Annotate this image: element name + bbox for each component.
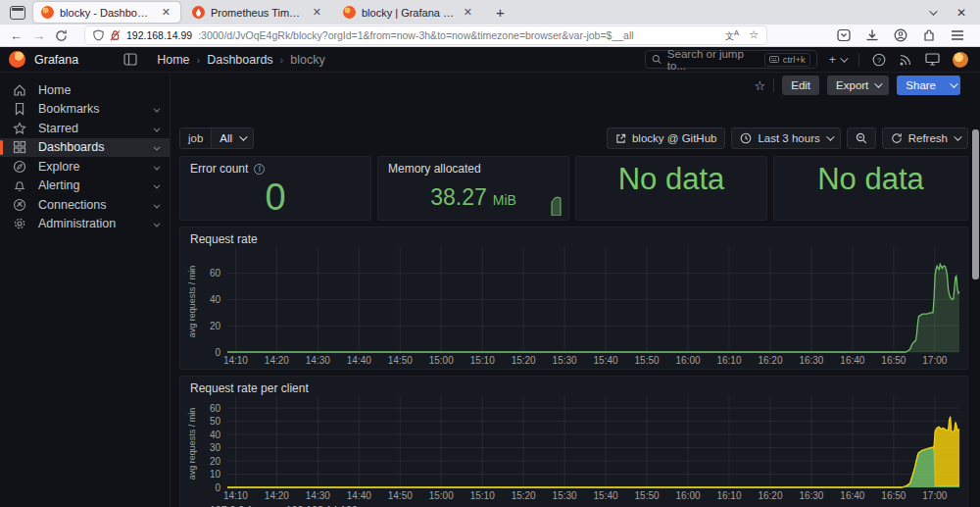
forward-icon[interactable]: → xyxy=(32,29,45,42)
browser-tab-active[interactable]: blocky - Dashboards - Gra ✕ xyxy=(33,2,180,23)
insecure-lock-icon[interactable] xyxy=(110,29,121,41)
info-icon[interactable]: i xyxy=(254,164,265,175)
url-bar[interactable]: 192.168.14.99:3000/d/JvOqE4gRk/blocky?or… xyxy=(85,26,766,44)
share-dropdown-button[interactable] xyxy=(945,76,960,95)
grafana-header: Grafana Home › Dashboards › blocky Searc… xyxy=(0,47,980,73)
sidebar-item-explore[interactable]: Explore xyxy=(0,157,170,177)
github-link-button[interactable]: blocky @ GitHub xyxy=(607,127,725,149)
search-input[interactable]: Search or jump to... ctrl+k xyxy=(645,50,817,69)
chevron-down-icon[interactable] xyxy=(154,163,161,170)
shield-icon[interactable] xyxy=(93,29,104,41)
panel-error-count[interactable]: Error count i 0 xyxy=(179,156,371,221)
sidebar-item-label: Connections xyxy=(38,198,107,212)
grafana-logo[interactable] xyxy=(9,51,25,68)
add-button[interactable]: + xyxy=(829,53,846,67)
breadcrumb-home[interactable]: Home xyxy=(157,53,189,67)
sidebar-item-label: Starred xyxy=(38,122,78,135)
search-shortcut: ctrl+k xyxy=(764,53,810,67)
back-icon[interactable]: ← xyxy=(10,29,23,42)
translate-icon[interactable]: 文A xyxy=(725,28,739,43)
sidebar-item-home[interactable]: Home xyxy=(0,80,170,100)
svg-text:60: 60 xyxy=(210,403,221,414)
panel-no-data-2[interactable]: No data xyxy=(773,156,968,221)
window-close-icon[interactable]: ✕ xyxy=(956,6,966,20)
refresh-button[interactable]: Refresh xyxy=(882,127,968,149)
downloads-icon[interactable] xyxy=(865,28,879,42)
variable-value-dropdown[interactable]: All xyxy=(212,128,253,148)
menu-icon[interactable] xyxy=(951,29,964,41)
svg-text:15:00: 15:00 xyxy=(429,355,454,366)
chevron-down-icon[interactable] xyxy=(154,182,161,189)
panel-title: Request rate per client xyxy=(190,381,309,395)
svg-text:14:20: 14:20 xyxy=(265,355,289,366)
svg-text:15:40: 15:40 xyxy=(594,355,618,366)
edit-button[interactable]: Edit xyxy=(782,76,819,95)
sidebar-item-alerting[interactable]: Alerting xyxy=(0,177,170,196)
chevron-down-icon xyxy=(239,132,247,140)
display-icon[interactable] xyxy=(925,53,940,66)
plug-icon xyxy=(13,198,26,212)
tab-close-icon[interactable]: ✕ xyxy=(311,6,323,19)
panel-request-rate-per-client[interactable]: Request rate per client 010203040506014:… xyxy=(179,376,968,507)
new-tab-button[interactable]: + xyxy=(486,4,514,21)
request-rate-chart[interactable]: 020406014:1014:2014:3014:4014:5015:0015:… xyxy=(186,247,963,367)
keyboard-icon xyxy=(769,56,779,63)
stat-value: 0 xyxy=(180,175,370,220)
browser-tab-grafana-labs[interactable]: blocky | Grafana Labs ✕ xyxy=(335,2,482,23)
svg-text:40: 40 xyxy=(210,430,221,440)
url-host: 192.168.14.99 xyxy=(126,29,192,41)
account-icon[interactable] xyxy=(894,28,907,42)
svg-text:15:00: 15:00 xyxy=(429,490,454,501)
sidebar-item-starred[interactable]: Starred xyxy=(0,119,170,138)
tab-close-icon[interactable]: ✕ xyxy=(462,6,474,19)
sidebar-item-bookmarks[interactable]: Bookmarks xyxy=(0,100,170,120)
help-icon[interactable]: ? xyxy=(872,53,886,67)
favorite-star-icon[interactable]: ☆ xyxy=(755,78,766,93)
tab-list-chevron-icon[interactable] xyxy=(929,7,937,15)
url-path: :3000/d/JvOqE4gRk/blocky?orgId=1&from=no… xyxy=(198,29,719,41)
sidebar-item-administration[interactable]: Administration xyxy=(0,215,170,234)
no-data-text: No data xyxy=(576,157,766,220)
svg-text:15:40: 15:40 xyxy=(594,490,618,501)
tab-close-icon[interactable]: ✕ xyxy=(160,6,172,19)
zoom-out-button[interactable] xyxy=(847,127,876,149)
job-variable-picker[interactable]: job All xyxy=(179,127,254,149)
chevron-down-icon[interactable] xyxy=(154,221,161,228)
chevron-down-icon[interactable] xyxy=(154,144,161,151)
sidebar-item-dashboards[interactable]: Dashboards xyxy=(0,138,170,158)
request-rate-per-client-chart[interactable]: 010203040506014:1014:2014:3014:4014:5015… xyxy=(186,396,963,502)
chevron-down-icon[interactable] xyxy=(154,106,161,113)
reload-icon[interactable] xyxy=(55,29,68,42)
panel-request-rate[interactable]: Request rate 020406014:1014:2014:3014:40… xyxy=(179,227,968,370)
export-button[interactable]: Export xyxy=(827,76,889,95)
news-icon[interactable] xyxy=(899,53,912,67)
panel-no-data-1[interactable]: No data xyxy=(575,156,767,221)
firefox-view-icon[interactable] xyxy=(10,6,25,20)
time-range-picker[interactable]: Last 3 hours xyxy=(731,127,840,149)
svg-text:16:00: 16:00 xyxy=(676,355,701,366)
browser-tab-prometheus[interactable]: Prometheus Time Series ✕ xyxy=(184,2,331,23)
chevron-down-icon[interactable] xyxy=(954,132,961,140)
mega-menu-toggle-icon[interactable] xyxy=(123,53,137,66)
memory-unit: MiB xyxy=(493,192,516,208)
divider xyxy=(858,53,859,67)
bookmark-star-icon[interactable]: ☆ xyxy=(749,28,759,43)
scrollbar-thumb[interactable] xyxy=(972,129,979,279)
extensions-icon[interactable] xyxy=(922,28,936,42)
svg-text:15:30: 15:30 xyxy=(553,355,577,366)
svg-text:16:40: 16:40 xyxy=(840,355,864,366)
chevron-down-icon[interactable] xyxy=(154,201,161,208)
share-button[interactable]: Share xyxy=(897,76,945,95)
panel-memory-allocated[interactable]: Memory allocated 38.27 MiB xyxy=(377,156,569,221)
search-icon xyxy=(652,54,662,65)
pocket-icon[interactable] xyxy=(837,28,851,42)
user-avatar[interactable] xyxy=(953,52,968,68)
dashboards-icon xyxy=(13,140,26,154)
chevron-down-icon[interactable] xyxy=(154,125,161,131)
divider xyxy=(773,78,774,92)
sidebar-item-connections[interactable]: Connections xyxy=(0,195,170,215)
dashboard-toolbar: ☆ Edit Export Share xyxy=(755,75,960,96)
breadcrumb-dashboards[interactable]: Dashboards xyxy=(207,53,272,67)
breadcrumb-separator: › xyxy=(280,54,284,66)
sidebar-item-label: Explore xyxy=(38,160,79,174)
